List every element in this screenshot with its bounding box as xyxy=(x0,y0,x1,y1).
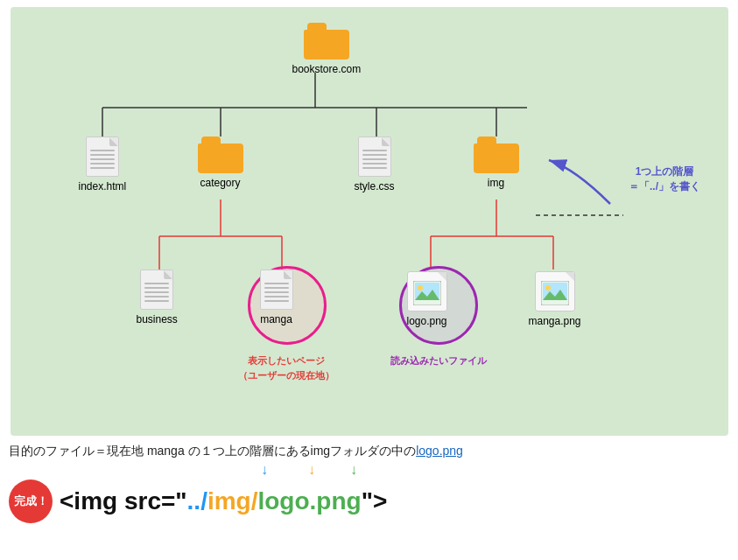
file-icon-style xyxy=(358,136,391,177)
code-line: 完成！ <img src="../img/logo.png"> xyxy=(9,480,729,523)
tree-lines xyxy=(11,7,728,436)
business-label: business xyxy=(137,313,178,326)
annotation-arrow xyxy=(540,151,628,213)
code-part-1: <img src=" xyxy=(60,487,187,515)
arrow-green: ↓ xyxy=(350,462,357,478)
main-container: bookstore.com index.html category xyxy=(0,0,738,560)
arrow-blue: ↓ xyxy=(261,462,268,478)
node-img: img xyxy=(474,136,519,189)
file-icon-manga xyxy=(260,270,293,310)
category-label: category xyxy=(200,177,240,189)
logo-preview-svg xyxy=(413,281,441,305)
bottom-description: 目的のファイル＝現在地 manga の１つ上の階層にあるimgフォルダの中のlo… xyxy=(9,441,729,460)
code-part-3: img/ xyxy=(207,487,258,515)
code-part-4: logo.png xyxy=(257,487,361,515)
desc-text1: 目的のファイル＝現在地 manga の１つ上の階層にあるimg xyxy=(9,444,330,458)
svg-point-22 xyxy=(545,285,551,290)
arrow-orange: ↓ xyxy=(308,462,315,478)
folder-icon-category xyxy=(198,136,243,173)
node-style: style.css xyxy=(355,136,395,192)
manga-sub-label: 表示したいページ （ユーザーの現在地） xyxy=(236,353,337,382)
node-category: category xyxy=(198,136,243,189)
kansei-badge: 完成！ xyxy=(9,480,53,523)
index-label: index.html xyxy=(79,180,127,192)
img-file-icon-logo xyxy=(407,271,447,312)
bottom-text-area: 目的のファイル＝現在地 manga の１つ上の階層にあるimgフォルダの中のlo… xyxy=(0,436,738,527)
style-label: style.css xyxy=(355,180,395,192)
node-business: business xyxy=(137,270,178,326)
logo-png-label: logo.png xyxy=(407,315,447,327)
logo-sub-label: 読み込みたいファイル xyxy=(389,353,489,368)
root-folder-icon xyxy=(304,23,349,60)
node-manga-png: manga.png xyxy=(529,271,581,327)
code-part-5: "> xyxy=(362,487,388,515)
img-label: img xyxy=(488,177,504,189)
node-index: index.html xyxy=(79,136,127,192)
file-icon-index xyxy=(86,136,119,177)
annotation-text: 1つ上の階層 ＝「../」を書く xyxy=(619,164,711,194)
node-logo-png: logo.png xyxy=(407,271,447,327)
folder-icon-img xyxy=(474,136,519,173)
root-node: bookstore.com xyxy=(292,23,362,75)
manga-png-preview-svg xyxy=(541,281,569,305)
diagram-area: bookstore.com index.html category xyxy=(11,7,728,436)
root-label: bookstore.com xyxy=(292,63,362,75)
desc-text2: フォルダの中の xyxy=(330,444,416,458)
manga-png-label: manga.png xyxy=(529,315,581,327)
desc-text3: logo.png xyxy=(416,444,463,458)
svg-point-18 xyxy=(418,285,423,290)
file-icon-business xyxy=(140,270,173,310)
code-part-2: ../ xyxy=(187,487,207,515)
img-file-icon-manga xyxy=(535,271,575,312)
manga-label: manga xyxy=(260,313,292,326)
annotation-label: 1つ上の階層 ＝「../」を書く xyxy=(629,165,700,192)
arrow-indicators: ↓ ↓ ↓ xyxy=(9,462,729,478)
node-manga: manga xyxy=(260,270,293,326)
